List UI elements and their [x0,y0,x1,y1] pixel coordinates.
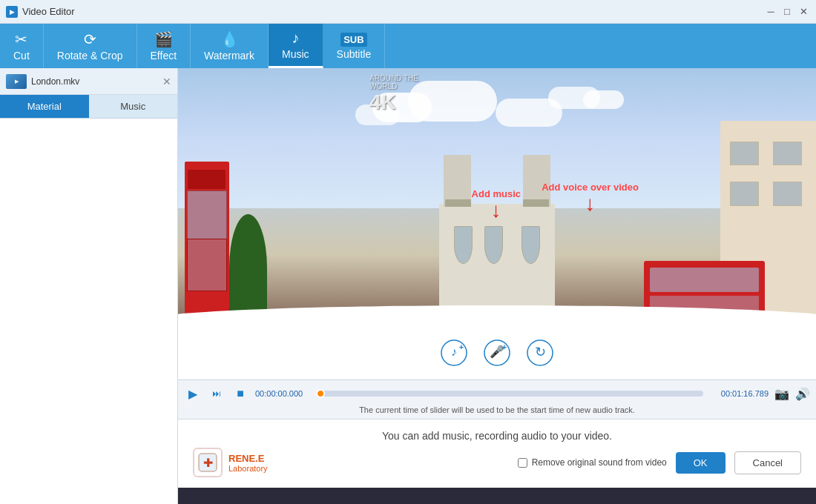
music-icon: ♪ [292,30,299,47]
time-end: 00:01:16.789 [709,389,769,398]
video-action-buttons: ♪ + 🎤 + [178,333,816,367]
title-bar: ▶ Video Editor ─ □ ✕ [0,0,816,24]
add-music-button[interactable]: ♪ + [440,339,468,367]
svg-text:+: + [502,342,507,351]
watermark-4k: 4K [369,90,418,114]
time-start: 00:00:00.000 [255,389,315,398]
remove-sound-checkbox[interactable] [518,458,527,468]
subtitle-icon: SUB [340,33,366,47]
svg-text:+: + [459,342,464,351]
play-button[interactable]: ▶ [184,385,202,402]
left-panel: ▶ London.mkv ✕ Material Music [0,68,178,504]
add-music-icon: ♪ + [440,339,468,367]
file-thumbnail: ▶ [6,74,27,89]
tab-cut[interactable]: ✂ Cut [0,24,44,68]
video-watermark: AROUND THE WORLD 4K [369,74,418,114]
progress-bar[interactable] [320,391,703,397]
timeline-message: The current time of slider will be used … [184,405,810,414]
info-text: You can add music, recording audio to yo… [193,430,801,442]
left-content-area [0,119,177,504]
file-close-button[interactable]: ✕ [162,76,171,87]
abbey [421,174,573,324]
left-tab-music[interactable]: Music [89,95,178,118]
replace-audio-button[interactable]: ↻ [526,339,554,367]
logo-text-line2: Laboratory [228,464,268,473]
tree-left [229,214,268,323]
phone-box [185,162,229,323]
add-voice-icon: 🎤 + [483,339,511,367]
tab-subtitle-label: Subtitle [337,48,372,60]
remove-sound-label: Remove original sound from video [532,457,667,468]
stop-button[interactable]: ■ [231,385,249,402]
tab-effect-label: Effect [151,50,177,62]
cancel-button[interactable]: Cancel [734,451,801,474]
app-title: Video Editor [22,6,75,17]
timeline-area: ▶ ⏭ ■ 00:00:00.000 00:01:16.789 📷 🔊 The … [178,379,816,419]
video-bottom-bar: ♪ + 🎤 + [178,320,816,379]
watermark-icon: 💧 [220,30,239,48]
logo-icon: ✚ [193,448,223,477]
cut-icon: ✂ [15,30,27,48]
svg-text:↻: ↻ [535,345,546,359]
tab-music-label: Music [282,48,309,60]
add-voice-button[interactable]: 🎤 + [483,339,511,367]
left-tab-material[interactable]: Material [0,95,89,118]
bottom-right: Remove original sound from video OK Canc… [518,451,801,474]
ok-button[interactable]: OK [676,452,725,474]
svg-text:♪: ♪ [451,345,457,358]
minimize-button[interactable]: ─ [764,5,777,19]
svg-text:✚: ✚ [203,457,213,469]
tab-cut-label: Cut [13,50,30,62]
remove-sound-checkbox-area: Remove original sound from video [518,457,667,468]
tab-effect[interactable]: 🎬 Effect [137,24,191,68]
right-panel: AROUND THE WORLD 4K Add music ↓ Add voic… [178,68,816,504]
volume-button[interactable]: 🔊 [795,387,810,401]
tab-rotate[interactable]: ⟳ Rotate & Crop [44,24,137,68]
progress-thumb[interactable] [316,389,325,398]
rotate-icon: ⟳ [84,30,96,48]
tab-bar: ✂ Cut ⟳ Rotate & Crop 🎬 Effect 💧 Waterma… [0,24,816,68]
restore-button[interactable]: □ [780,5,794,19]
logo-text-line1: RENE.E [228,453,268,464]
left-tab-bar: Material Music [0,95,177,119]
main-area: ▶ London.mkv ✕ Material Music [0,68,816,504]
timeline-controls: ▶ ⏭ ■ 00:00:00.000 00:01:16.789 📷 🔊 [184,385,810,402]
tab-rotate-label: Rotate & Crop [57,50,123,62]
logo-text: RENE.E Laboratory [228,453,268,473]
step-forward-button[interactable]: ⏭ [208,385,226,402]
tab-music[interactable]: ♪ Music [269,24,323,68]
camera-button[interactable]: 📷 [774,387,789,401]
tab-watermark-label: Watermark [204,50,254,62]
tab-subtitle[interactable]: SUB Subtitle [323,24,386,68]
effect-icon: 🎬 [154,30,173,48]
video-area: AROUND THE WORLD 4K Add music ↓ Add voic… [178,68,816,379]
logo-area: ✚ RENE.E Laboratory [193,448,268,477]
bottom-footer: ✚ RENE.E Laboratory Remove original soun… [193,448,801,477]
tab-watermark[interactable]: 💧 Watermark [191,24,269,68]
bottom-panel: You can add music, recording audio to yo… [178,419,816,488]
timeline-message-row: The current time of slider will be used … [184,405,810,414]
close-button[interactable]: ✕ [797,5,810,19]
file-tab: ▶ London.mkv ✕ [0,68,177,95]
replace-audio-icon: ↻ [526,339,554,367]
app-icon: ▶ [6,6,18,18]
file-name: London.mkv [31,76,158,87]
